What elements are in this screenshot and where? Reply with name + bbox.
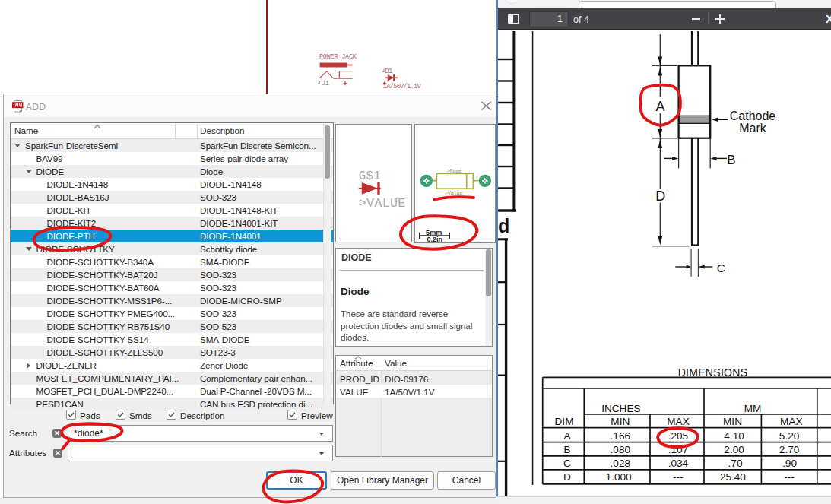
- svg-text:.205: .205: [668, 430, 688, 442]
- svg-text:.90: .90: [782, 458, 797, 469]
- svg-text:.034: .034: [668, 458, 689, 469]
- svg-text:.107: .107: [668, 444, 688, 455]
- svg-text:.028: .028: [611, 458, 630, 469]
- svg-text:.70: .70: [728, 458, 743, 469]
- svg-text:MM: MM: [744, 403, 762, 414]
- svg-text:25.40: 25.40: [720, 471, 746, 483]
- svg-text:INCHES: INCHES: [601, 403, 640, 414]
- svg-text:D: D: [655, 189, 665, 204]
- svg-text:DIMENSIONS: DIMENSIONS: [678, 366, 748, 379]
- svg-text:1A/50V/1.1V: 1A/50V/1.1V: [383, 83, 422, 90]
- svg-text:>VALUE: >VALUE: [358, 196, 405, 211]
- svg-text:>Name: >Name: [447, 168, 462, 174]
- svg-text:POWER_JACK: POWER_JACK: [319, 53, 357, 61]
- svg-text:.080: .080: [611, 444, 631, 455]
- svg-text:5mm: 5mm: [426, 229, 442, 236]
- svg-text:D: D: [563, 471, 571, 483]
- svg-text:0.2in: 0.2in: [427, 236, 442, 243]
- svg-text:.166: .166: [611, 430, 630, 442]
- svg-text:>Value: >Value: [445, 190, 463, 196]
- svg-text:---: ---: [784, 471, 795, 483]
- svg-text:---: ---: [673, 471, 684, 483]
- svg-text:5.20: 5.20: [779, 430, 800, 442]
- svg-text:J1: J1: [322, 80, 329, 87]
- svg-text:d: d: [498, 215, 509, 236]
- svg-text:A: A: [656, 99, 665, 114]
- svg-text:A: A: [563, 430, 571, 442]
- svg-text:B: B: [563, 444, 570, 455]
- svg-text:4.10: 4.10: [724, 430, 744, 442]
- svg-text:C: C: [563, 458, 571, 469]
- svg-text:D1: D1: [385, 68, 393, 75]
- svg-text:C: C: [717, 262, 725, 274]
- svg-text:MAX: MAX: [780, 416, 802, 427]
- svg-text:MIN: MIN: [611, 416, 630, 427]
- svg-text:MAX: MAX: [667, 416, 689, 427]
- svg-text:DIM: DIM: [555, 416, 574, 427]
- svg-text:B: B: [727, 153, 735, 167]
- svg-text:G$1: G$1: [358, 170, 380, 183]
- svg-text:MIN: MIN: [723, 416, 742, 427]
- svg-text:2.00: 2.00: [724, 444, 744, 455]
- svg-text:Cathode: Cathode: [730, 109, 776, 122]
- svg-text:1.000: 1.000: [606, 471, 632, 483]
- svg-text:2.70: 2.70: [779, 444, 800, 455]
- svg-text:Mark: Mark: [739, 122, 767, 135]
